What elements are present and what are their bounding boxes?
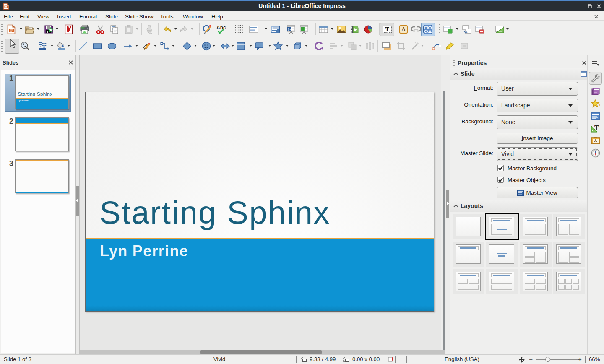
svg-text:T: T <box>385 26 390 33</box>
svg-text:T: T <box>594 124 599 131</box>
svg-text:Abc: Abc <box>216 25 226 31</box>
svg-text:A: A <box>401 26 406 33</box>
